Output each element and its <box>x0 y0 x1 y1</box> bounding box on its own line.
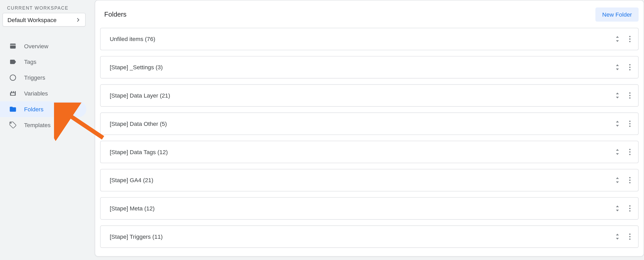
sidebar-item-label: Overview <box>24 43 48 50</box>
svg-point-12 <box>629 149 630 150</box>
svg-point-20 <box>629 210 630 211</box>
svg-point-15 <box>629 177 630 178</box>
sidebar-item-folders[interactable]: Folders <box>0 101 86 117</box>
folder-label: [Stape] _Settings (3) <box>110 64 163 71</box>
expand-collapse-icon[interactable] <box>612 61 622 73</box>
more-options-icon[interactable] <box>625 33 635 45</box>
folder-label: [Stape] GA4 (21) <box>110 177 153 184</box>
trigger-icon <box>9 74 17 81</box>
folders-panel: Folders New Folder Unfiled items (76)[St… <box>95 0 644 257</box>
svg-point-23 <box>629 238 630 240</box>
svg-point-8 <box>629 97 630 99</box>
sidebar-item-label: Tags <box>24 59 36 65</box>
svg-point-21 <box>629 234 630 235</box>
expand-collapse-icon[interactable] <box>612 230 622 243</box>
page-title: Folders <box>104 11 126 18</box>
more-options-icon[interactable] <box>625 202 635 215</box>
sidebar-item-label: Triggers <box>24 74 45 81</box>
workspace-heading: CURRENT WORKSPACE <box>0 3 86 13</box>
folder-row[interactable]: [Stape] Data Tags (12) <box>100 141 639 163</box>
expand-collapse-icon[interactable] <box>612 174 622 186</box>
more-options-icon[interactable] <box>625 61 635 73</box>
folder-row[interactable]: [Stape] _Settings (3) <box>100 56 639 78</box>
folder-row[interactable]: Unfiled items (76) <box>100 28 639 50</box>
expand-collapse-icon[interactable] <box>612 202 622 215</box>
folder-label: [Stape] Data Layer (21) <box>110 92 170 99</box>
more-options-icon[interactable] <box>625 89 635 102</box>
svg-point-14 <box>629 154 630 155</box>
more-options-icon[interactable] <box>625 118 635 130</box>
sidebar-item-label: Folders <box>24 106 44 113</box>
svg-point-16 <box>629 180 630 181</box>
folder-row[interactable]: [Stape] Data Other (5) <box>100 113 639 135</box>
svg-point-9 <box>629 121 630 122</box>
tag-icon <box>9 58 17 66</box>
sidebar-nav: Overview Tags Triggers <box>0 38 86 133</box>
folder-label: [Stape] Meta (12) <box>110 205 155 212</box>
sidebar-item-tags[interactable]: Tags <box>0 54 86 70</box>
folder-label: Unfiled items (76) <box>110 36 155 43</box>
more-options-icon[interactable] <box>625 230 635 243</box>
chevron-right-icon <box>74 16 82 24</box>
more-options-icon[interactable] <box>625 146 635 158</box>
sidebar: CURRENT WORKSPACE Default Workspace Over… <box>0 0 86 260</box>
sidebar-item-overview[interactable]: Overview <box>0 38 86 54</box>
sidebar-item-templates[interactable]: Templates <box>0 117 86 133</box>
svg-point-17 <box>629 182 630 183</box>
svg-point-5 <box>629 69 630 70</box>
folder-label: [Stape] Triggers (11) <box>110 233 163 240</box>
sidebar-item-label: Variables <box>24 90 48 97</box>
folder-label: [Stape] Data Tags (12) <box>110 149 168 155</box>
folder-list: Unfiled items (76)[Stape] _Settings (3)[… <box>95 27 643 248</box>
svg-point-4 <box>629 67 630 68</box>
folder-row[interactable]: [Stape] GA4 (21) <box>100 169 639 191</box>
dashboard-icon <box>9 42 17 50</box>
expand-collapse-icon[interactable] <box>612 146 622 158</box>
template-icon <box>9 121 17 129</box>
folder-icon <box>9 105 17 113</box>
svg-point-2 <box>629 41 630 42</box>
sidebar-item-label: Templates <box>24 122 51 128</box>
svg-point-3 <box>629 64 630 65</box>
svg-point-18 <box>629 205 630 207</box>
expand-collapse-icon[interactable] <box>612 118 622 130</box>
workspace-name: Default Workspace <box>8 16 57 23</box>
svg-point-7 <box>629 95 630 96</box>
svg-point-11 <box>629 126 630 127</box>
folder-row[interactable]: [Stape] Data Layer (21) <box>100 84 639 107</box>
more-options-icon[interactable] <box>625 174 635 186</box>
main-content: Folders New Folder Unfiled items (76)[St… <box>86 0 644 260</box>
folder-row[interactable]: [Stape] Meta (12) <box>100 197 639 220</box>
sidebar-item-triggers[interactable]: Triggers <box>0 70 86 86</box>
svg-point-1 <box>629 38 630 40</box>
expand-collapse-icon[interactable] <box>612 89 622 102</box>
variables-icon <box>9 90 17 97</box>
svg-point-6 <box>629 92 630 94</box>
svg-point-13 <box>629 151 630 153</box>
svg-point-19 <box>629 208 630 209</box>
svg-point-10 <box>629 123 630 124</box>
folder-row[interactable]: [Stape] Triggers (11) <box>100 225 639 248</box>
svg-point-0 <box>629 36 630 37</box>
folder-label: [Stape] Data Other (5) <box>110 120 167 127</box>
new-folder-button[interactable]: New Folder <box>595 8 639 22</box>
expand-collapse-icon[interactable] <box>612 33 622 45</box>
sidebar-item-variables[interactable]: Variables <box>0 86 86 101</box>
workspace-selector[interactable]: Default Workspace <box>3 13 86 27</box>
svg-point-22 <box>629 236 630 237</box>
